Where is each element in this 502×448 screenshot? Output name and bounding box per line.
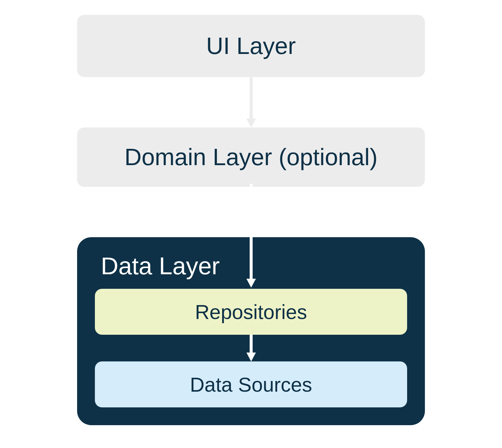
repositories-label: Repositories (195, 300, 307, 323)
repositories-box: Repositories (95, 289, 407, 335)
domain-layer-box: Domain Layer (optional) (77, 127, 425, 187)
svg-marker-3 (246, 279, 256, 288)
svg-marker-1 (246, 119, 256, 127)
domain-layer-label: Domain Layer (optional) (125, 144, 378, 171)
arrow-down-icon (245, 184, 257, 288)
data-layer-container: Data Layer Repositories Data Sources (77, 237, 425, 425)
arrow-repositories-to-datasources (95, 335, 407, 361)
arrow-down-icon (245, 335, 257, 361)
data-sources-box: Data Sources (95, 361, 407, 407)
arrow-domain-to-repositories (245, 184, 257, 288)
data-sources-label: Data Sources (190, 373, 312, 396)
svg-marker-5 (246, 353, 256, 361)
arrow-ui-to-domain (77, 77, 425, 127)
arrow-down-icon (245, 77, 257, 127)
ui-layer-label: UI Layer (206, 32, 296, 60)
ui-layer-box: UI Layer (77, 15, 425, 77)
